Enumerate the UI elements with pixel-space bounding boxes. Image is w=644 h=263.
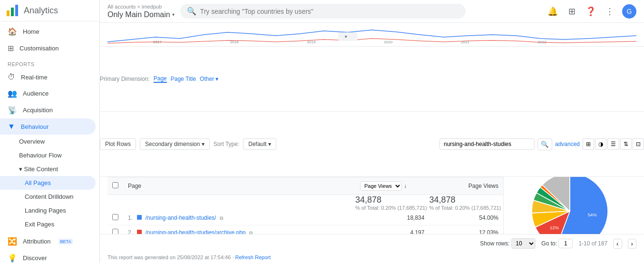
notifications-icon[interactable]: 🔔: [546, 5, 559, 18]
sidebar-item-overview[interactable]: Overview: [0, 135, 96, 148]
summary-total-1: 34,878 % of Total: 0.20% (17,685,721): [355, 195, 429, 211]
pageviews2-column-header: Page Views: [429, 177, 503, 195]
report-generated-text: This report was generated on 25/08/2022 …: [107, 254, 235, 260]
pageviews-column-header[interactable]: Page Views ↓: [355, 177, 429, 195]
sidebar-item-landing-pages[interactable]: Landing Pages: [0, 204, 96, 217]
audience-icon: 👥: [8, 89, 17, 98]
dimension-page[interactable]: Page: [154, 75, 167, 83]
behaviour-submenu: Overview Behaviour Flow ▾ Site Content A…: [0, 135, 99, 231]
sort-type-label: Sort Type:: [214, 141, 239, 147]
goto-section: Go to:: [541, 239, 573, 248]
sort-default-button[interactable]: Default ▾: [243, 138, 276, 150]
row-page-link[interactable]: /nursing-and-health-studies/: [146, 214, 216, 221]
row-open-icon[interactable]: ⧉: [249, 230, 253, 234]
select-all-header[interactable]: [107, 177, 123, 195]
table-footer: Show rows: 10 25 50 100 500 Go to: 1-10 …: [100, 234, 644, 253]
row-checkbox-cell[interactable]: [107, 225, 123, 234]
row-num: 2.: [128, 229, 133, 234]
attribution-badge: BETA: [59, 239, 73, 244]
data-table: Page Page Views ↓ Page Views: [107, 177, 503, 234]
pageviews-select[interactable]: Page Views: [360, 181, 402, 191]
sidebar-item-audience[interactable]: 👥 Audience: [0, 85, 96, 102]
pie-label-1: 12%: [550, 225, 559, 230]
sidebar-item-customisation[interactable]: ⊞ Customisation: [0, 40, 96, 57]
table-row: 1. /nursing-and-health-studies/ ⧉ 18,834…: [107, 211, 503, 225]
timeline-svg: 2017 2018 2019 2020 2021 2022 ▼: [107, 25, 636, 44]
pie-view-button[interactable]: ◑: [595, 138, 606, 150]
row-color-dot: [137, 215, 142, 220]
bar-view-button[interactable]: ☰: [607, 138, 619, 150]
topbar-icons: 🔔 ⊞ ❓ ⋮ G: [546, 4, 636, 19]
goto-input[interactable]: [558, 239, 573, 248]
exit-pages-label: Exit Pages: [25, 221, 54, 228]
summary-total-2: 34,878 % of Total: 0.20% (17,685,721): [429, 195, 503, 211]
next-page-button[interactable]: ›: [628, 239, 636, 249]
row-page-link[interactable]: /nursing-and-health-studies/archive.php: [146, 229, 246, 234]
more-icon[interactable]: ⋮: [603, 5, 616, 18]
dimension-other[interactable]: Other ▾: [200, 76, 218, 82]
site-content-label: ▾ Site Content: [19, 166, 58, 173]
sidebar-item-discover[interactable]: 💡 Discover: [0, 250, 96, 263]
filter-search-button[interactable]: 🔍: [537, 138, 552, 150]
behaviour-icon: ▼: [8, 122, 15, 131]
table-row: 2. /nursing-and-health-studies/archive.p…: [107, 225, 503, 234]
row-pct: 12.03%: [429, 225, 503, 234]
breadcrumb: All accounts > imedpub: [107, 4, 175, 10]
sidebar-item-attribution[interactable]: 🔀 Attribution BETA: [0, 233, 96, 250]
row-color-dot: [137, 230, 142, 234]
svg-text:2017: 2017: [153, 40, 162, 44]
report-footer: This report was generated on 25/08/2022 …: [100, 253, 644, 263]
svg-text:2020: 2020: [384, 40, 392, 44]
acquisition-icon: 📡: [8, 106, 17, 115]
sidebar-item-exit-pages[interactable]: Exit Pages: [0, 217, 96, 231]
reports-section-label: REPORTS: [0, 57, 99, 69]
sidebar-item-content-drilldown[interactable]: Content Drilldown: [0, 190, 96, 204]
sidebar-item-home[interactable]: 🏠 Home: [0, 23, 96, 40]
refresh-report-link[interactable]: Refresh Report: [235, 254, 271, 260]
row-checkbox[interactable]: [112, 229, 118, 234]
sidebar-nav: 🏠 Home ⊞ Customisation REPORTS ⏱ Real-ti…: [0, 21, 99, 263]
sidebar-item-realtime[interactable]: ⏱ Real-time: [0, 69, 96, 85]
rows-count-select[interactable]: 10 25 50 100 500: [511, 238, 536, 249]
svg-rect-2: [15, 5, 18, 16]
table-filter: 🔍 advanced ⊞ ◑ ☰ ⇅ ⊡: [439, 138, 644, 150]
row-views: 4,197: [355, 225, 429, 234]
compare-view-button[interactable]: ⊡: [633, 138, 644, 150]
sidebar-item-acquisition[interactable]: 📡 Acquisition: [0, 102, 96, 118]
filter-input[interactable]: [439, 138, 535, 150]
search-bar[interactable]: 🔍: [180, 4, 466, 19]
sidebar-item-behaviour-flow[interactable]: Behaviour Flow: [0, 148, 96, 162]
summary-empty: [123, 195, 355, 211]
row-open-icon[interactable]: ⧉: [220, 215, 223, 221]
search-icon: 🔍: [187, 7, 196, 16]
svg-text:2019: 2019: [307, 40, 316, 44]
row-checkbox-cell[interactable]: [107, 211, 123, 225]
sidebar-item-all-pages[interactable]: All Pages: [0, 176, 96, 190]
plot-rows-button[interactable]: Plot Rows: [100, 138, 136, 150]
sidebar-item-site-content[interactable]: ▾ Site Content: [0, 162, 96, 176]
prev-page-button[interactable]: ‹: [613, 239, 622, 249]
sidebar-item-behaviour[interactable]: ▼ Behaviour: [0, 118, 96, 135]
grid-view-button[interactable]: ⊞: [583, 138, 594, 150]
select-all-checkbox[interactable]: [112, 182, 118, 188]
page-column-header: Page: [123, 177, 355, 195]
row-num: 1.: [128, 214, 133, 221]
page-range: 1-10 of 187: [578, 240, 607, 247]
svg-text:2018: 2018: [230, 40, 239, 44]
row-checkbox[interactable]: [112, 214, 118, 220]
sidebar-item-label: Audience: [23, 90, 49, 97]
help-icon[interactable]: ❓: [584, 5, 597, 18]
advanced-link[interactable]: advanced: [555, 141, 580, 147]
topbar: All accounts > imedpub Only Main Domain …: [100, 0, 644, 23]
home-icon: 🏠: [8, 27, 17, 36]
account-selector[interactable]: Only Main Domain ▾: [107, 10, 175, 19]
avatar[interactable]: G: [622, 4, 636, 19]
table-view-button[interactable]: ⇅: [620, 138, 632, 150]
svg-rect-1: [11, 8, 14, 16]
rows-select: Show rows: 10 25 50 100 500: [480, 238, 536, 249]
secondary-dimension-button[interactable]: Secondary dimension ▾: [140, 138, 210, 150]
search-input[interactable]: [200, 8, 459, 15]
dimension-page-title[interactable]: Page Title: [171, 76, 196, 82]
apps-icon[interactable]: ⊞: [565, 5, 578, 18]
customisation-icon: ⊞: [8, 44, 14, 53]
